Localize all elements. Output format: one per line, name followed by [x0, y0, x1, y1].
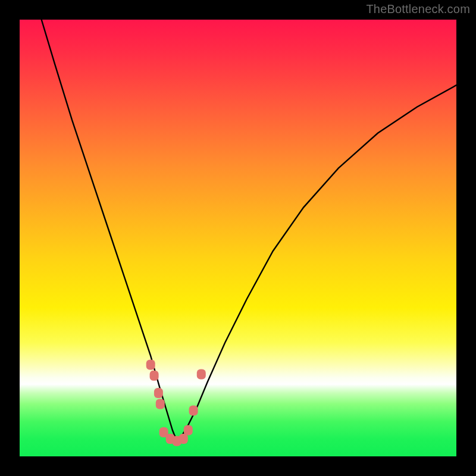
trough-marker — [189, 405, 198, 415]
trough-marker — [146, 359, 155, 369]
trough-markers — [146, 359, 206, 446]
watermark-text: TheBottleneck.com — [366, 2, 470, 16]
trough-marker — [156, 399, 165, 409]
trough-marker — [150, 371, 159, 381]
trough-marker — [197, 369, 206, 380]
trough-marker — [179, 434, 188, 444]
chart-frame: TheBottleneck.com — [0, 0, 476, 476]
plot-area — [20, 20, 456, 456]
bottleneck-curve — [42, 20, 456, 441]
trough-marker — [184, 425, 193, 436]
trough-marker — [154, 388, 163, 398]
curve-svg — [20, 20, 456, 456]
